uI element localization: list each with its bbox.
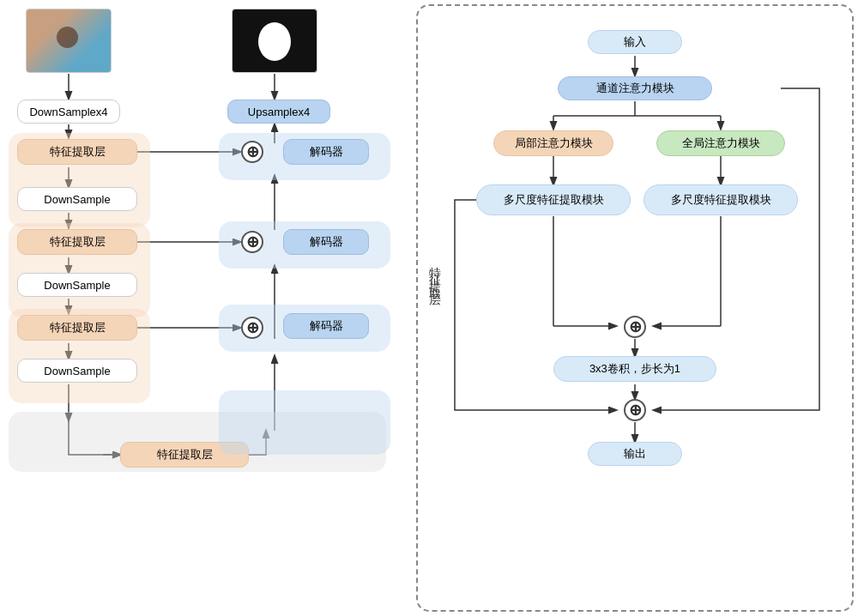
mask-image (232, 9, 317, 73)
feature-layer-4-label: 特征提取层 (157, 447, 213, 462)
multi-scale-2-label: 多尺度特征提取模块 (671, 192, 771, 208)
plus-circle-1: ⊕ (241, 141, 263, 163)
downsample-x4-label: DownSamplex4 (29, 106, 107, 118)
input-box: 输入 (588, 30, 682, 54)
feature-layer-2-box: 特征提取层 (17, 229, 137, 255)
downsample-1-box: DownSample (17, 187, 137, 211)
decoder-2-box: 解码器 (283, 229, 369, 255)
feature-layer-1-label: 特征提取层 (50, 144, 106, 160)
decoder-1-box: 解码器 (283, 139, 369, 165)
plus-circle-2: ⊕ (241, 231, 263, 253)
decoder-3-label: 解码器 (310, 318, 343, 334)
feature-layer-1-box: 特征提取层 (17, 139, 137, 165)
side-text-label: 特 征 提 取 层 (428, 257, 442, 287)
side-text: 特 征 提 取 层 (427, 257, 443, 287)
plus-circle-3: ⊕ (241, 317, 263, 339)
downsample-1-label: DownSample (44, 193, 110, 206)
multi-scale-2-box: 多尺度特征提取模块 (644, 184, 798, 215)
upsample-x4-box: Upsamplex4 (227, 100, 330, 124)
downsample-2-label: DownSample (44, 279, 110, 292)
downsample-x4-box: DownSamplex4 (17, 100, 120, 124)
feature-layer-2-label: 特征提取层 (50, 234, 106, 250)
conv-label: 3x3卷积，步长为1 (589, 361, 680, 377)
input-label: 输入 (624, 34, 646, 50)
upsample-x4-label: Upsamplex4 (248, 106, 310, 118)
group-blue-4 (219, 390, 390, 455)
channel-attention-box: 通道注意力模块 (558, 76, 712, 100)
multi-scale-1-box: 多尺度特征提取模块 (476, 184, 631, 215)
decoder-2-label: 解码器 (310, 234, 343, 250)
conv-box: 3x3卷积，步长为1 (553, 356, 716, 382)
decoder-3-box: 解码器 (283, 313, 369, 339)
global-attention-label: 全局注意力模块 (682, 136, 760, 151)
local-attention-label: 局部注意力模块 (515, 136, 593, 151)
downsample-2-box: DownSample (17, 273, 137, 297)
channel-attention-label: 通道注意力模块 (596, 81, 674, 96)
downsample-3-box: DownSample (17, 359, 137, 383)
output-label: 输出 (624, 446, 646, 462)
downsample-3-label: DownSample (44, 365, 110, 377)
plus-circle-right-1: ⊕ (624, 316, 646, 338)
plus-circle-right-2: ⊕ (624, 399, 646, 421)
output-box: 输出 (588, 442, 682, 466)
decoder-1-label: 解码器 (310, 144, 343, 160)
left-diagram: DownSamplex4 特征提取层 DownSample 特征提取层 Down… (0, 0, 412, 616)
right-diagram: 输入 通道注意力模块 局部注意力模块 全局注意力模块 多尺度特征提取模块 多尺度… (412, 0, 858, 616)
feature-layer-3-label: 特征提取层 (50, 320, 106, 335)
skin-image (26, 9, 112, 73)
global-attention-box: 全局注意力模块 (656, 130, 785, 156)
feature-layer-3-box: 特征提取层 (17, 315, 137, 341)
multi-scale-1-label: 多尺度特征提取模块 (504, 192, 604, 208)
local-attention-box: 局部注意力模块 (493, 130, 613, 156)
